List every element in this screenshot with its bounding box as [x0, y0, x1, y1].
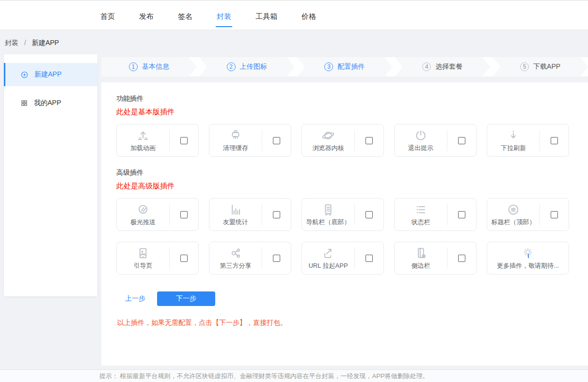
plugin-card-right	[540, 211, 569, 218]
plugin-card-left: 导航栏（底部）	[302, 202, 354, 227]
power-icon	[413, 128, 428, 143]
breadcrumb-separator: /	[24, 39, 26, 46]
plugin-card-left: 下拉刷新	[487, 128, 540, 153]
step-4[interactable]: 4选择套餐	[395, 57, 490, 76]
plugin-checkbox[interactable]	[180, 137, 188, 144]
export-arrow-icon	[321, 246, 335, 260]
plugin-card[interactable]: 下拉刷新	[487, 124, 569, 157]
plugin-label: 浏览器内核	[313, 144, 344, 153]
plugin-card[interactable]: URL 拉起APP	[302, 242, 384, 275]
section-title: 高级插件	[116, 168, 573, 177]
plugin-checkbox[interactable]	[458, 255, 465, 262]
step-label: 选择套餐	[435, 62, 462, 71]
plugin-checkbox[interactable]	[366, 137, 373, 144]
plugin-label: 下拉刷新	[501, 144, 526, 153]
plugin-card[interactable]: 退出提示	[394, 124, 477, 157]
plugin-label: 导航栏（底部）	[306, 218, 350, 227]
step-number: 4	[422, 62, 431, 71]
step-number: 1	[129, 62, 138, 71]
plugin-card-right	[355, 211, 383, 218]
section-note: 此处是高级版插件	[116, 182, 573, 191]
plugin-card[interactable]: 清理缓存	[209, 124, 291, 157]
breadcrumb-root[interactable]: 封装	[5, 39, 18, 46]
list-icon	[413, 202, 428, 217]
plugin-card-left: 浏览器内核	[302, 128, 354, 153]
nav-item-1[interactable]: 首页	[99, 9, 116, 27]
plugin-card[interactable]: 加载动画	[116, 124, 199, 157]
plugin-checkbox[interactable]	[273, 255, 280, 262]
plugin-config-panel: 功能插件此处是基本版插件加载动画清理缓存浏览器内核退出提示下拉刷新高级插件此处是…	[101, 82, 588, 366]
nav-item-5[interactable]: 工具箱	[254, 9, 278, 27]
plugin-card-right	[170, 211, 198, 218]
plugin-label: 加载动画	[130, 144, 156, 153]
plugin-card-right	[540, 137, 569, 144]
plugin-checkbox[interactable]	[551, 137, 558, 144]
plugin-card-left: 加载动画	[117, 128, 169, 153]
plugin-card[interactable]: 状态栏	[394, 198, 477, 231]
plugin-label: 第三方分享	[220, 261, 252, 270]
breadcrumb-current: 新建APP	[32, 39, 59, 46]
share-icon	[228, 246, 243, 260]
plugin-card-right	[447, 255, 476, 262]
plugin-grid: 加载动画清理缓存浏览器内核退出提示下拉刷新	[116, 124, 573, 157]
plugin-label: 侧边栏	[412, 261, 430, 270]
step-label: 基本信息	[142, 62, 169, 71]
sidebar-item-1[interactable]: 新建APP	[4, 63, 97, 86]
plugin-card-right	[262, 211, 291, 218]
plugin-card-left: 引导页	[117, 246, 169, 270]
plugin-card-left: 清理缓存	[209, 128, 262, 153]
plugin-card-right	[170, 137, 198, 144]
prev-step-button[interactable]: 上一步	[125, 294, 145, 303]
step-1[interactable]: 1基本信息	[101, 57, 197, 76]
phone-sidebar-icon	[413, 246, 428, 260]
plugin-checkbox[interactable]	[366, 211, 373, 218]
plugin-card[interactable]: 导航栏（底部）	[302, 198, 384, 231]
main-nav: 首页发布签名封装工具箱价格	[0, 0, 588, 30]
plugin-card[interactable]: 标题栏（顶部）	[487, 198, 569, 231]
nav-item-2[interactable]: 发布	[138, 9, 155, 27]
circle-menu-icon	[506, 202, 521, 217]
sidebar-item-2[interactable]: 我的APP	[4, 92, 97, 115]
plugin-checkbox[interactable]	[551, 211, 558, 218]
sidebar-item-label: 我的APP	[34, 99, 61, 107]
plugin-label: URL 拉起APP	[308, 261, 348, 270]
nav-item-6[interactable]: 价格	[301, 9, 317, 27]
plugin-card-left: URL 拉起APP	[302, 246, 354, 270]
section-note: 此处是基本版插件	[116, 107, 573, 117]
top-nav-bar: 首页发布签名封装工具箱价格	[0, 0, 588, 30]
step-label: 上传图标	[240, 62, 267, 71]
plugin-section-2: 高级插件此处是高级版插件极光推送友盟统计导航栏（底部）状态栏标题栏（顶部）引导页…	[116, 168, 573, 275]
sidebar: 新建APP我的APP	[4, 54, 97, 296]
step-3[interactable]: 3配置插件	[297, 57, 393, 76]
plugin-label: 退出提示	[408, 144, 433, 153]
plugin-label: 友盟统计	[223, 218, 248, 227]
plugin-card[interactable]: 侧边栏	[394, 242, 477, 275]
image-icon	[136, 246, 150, 260]
plugin-checkbox[interactable]	[180, 211, 188, 218]
plugin-checkbox[interactable]	[366, 255, 373, 262]
plugin-card[interactable]: 第三方分享	[209, 242, 291, 275]
next-step-button[interactable]: 下一步	[157, 291, 215, 306]
step-2[interactable]: 2上传图标	[199, 57, 295, 76]
plugin-card[interactable]: 极光推送	[116, 198, 199, 231]
plugin-card[interactable]: 友盟统计	[209, 198, 291, 231]
plugin-label: 状态栏	[412, 218, 430, 227]
nav-item-4[interactable]: 封装	[216, 9, 232, 27]
plugin-card-left: 退出提示	[395, 128, 447, 153]
plugin-card-left: 第三方分享	[209, 246, 262, 270]
nav-item-3[interactable]: 签名	[177, 9, 193, 27]
plugin-card-right	[447, 211, 476, 218]
plugin-card[interactable]: 浏览器内核	[302, 124, 384, 157]
plugin-checkbox[interactable]	[273, 211, 280, 218]
step-5[interactable]: 5下载APP	[493, 57, 588, 76]
plugin-card-right	[355, 137, 383, 144]
plugin-checkbox[interactable]	[273, 137, 280, 144]
plugin-card-right	[355, 255, 383, 262]
plugin-checkbox[interactable]	[458, 211, 465, 218]
plugin-card-right	[170, 255, 198, 262]
plugin-checkbox[interactable]	[458, 137, 465, 144]
plugin-card-right	[262, 255, 291, 262]
plugin-checkbox[interactable]	[180, 255, 188, 262]
plugin-card[interactable]: 引导页	[116, 242, 199, 275]
plugin-label: 清理缓存	[223, 144, 248, 153]
